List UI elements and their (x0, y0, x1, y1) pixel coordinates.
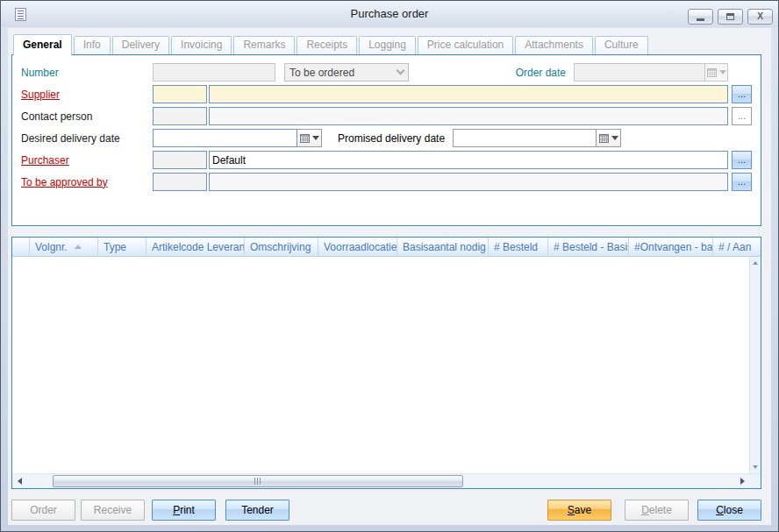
approver-code-input[interactable] (153, 173, 207, 191)
column-header-aan[interactable]: # / Aan (713, 238, 761, 256)
supplier-code-input[interactable] (153, 85, 207, 103)
scroll-up-button[interactable] (750, 257, 761, 269)
maximize-icon (726, 13, 734, 20)
column-header-basisaantal-nodig[interactable]: Basisaantal nodig (397, 238, 489, 256)
maximize-button[interactable] (718, 9, 743, 25)
client-area: General Info Delivery Invoicing Remarks … (8, 28, 771, 525)
titlebar: Purchase order X (1, 1, 778, 27)
purchase-order-window: Purchase order X General Info Delivery I… (0, 0, 779, 532)
supplier-browse-button[interactable]: ... (732, 85, 752, 103)
triangle-left-icon (18, 478, 22, 485)
delivery-dates-row: Desired delivery date Promised delivery … (21, 128, 752, 148)
grid-header-row: Volgnr. Type Artikelcode Leverancier Oms… (12, 238, 761, 257)
triangle-right-icon (740, 478, 745, 485)
tab-general[interactable]: General (13, 34, 72, 55)
tab-strip: General Info Delivery Invoicing Remarks … (11, 28, 761, 54)
tab-invoicing[interactable]: Invoicing (171, 36, 232, 54)
status-value: To be ordered (289, 67, 354, 79)
print-button[interactable]: Print (152, 500, 216, 521)
contact-person-row: Contact person ... (21, 106, 752, 126)
purchaser-code-input[interactable] (153, 151, 207, 169)
receive-button[interactable]: Receive (81, 500, 145, 521)
approver-name-input[interactable] (209, 173, 728, 191)
promised-delivery-date-label: Promised delivery date (338, 132, 445, 145)
horizontal-scrollbar[interactable] (12, 473, 761, 488)
column-header-type[interactable]: Type (98, 238, 147, 256)
purchaser-label[interactable]: Purchaser (21, 154, 153, 167)
horizontal-scroll-thumb[interactable] (53, 475, 463, 487)
tab-logging[interactable]: Logging (359, 36, 416, 54)
number-label: Number (21, 67, 153, 79)
purchaser-browse-button[interactable]: ... (732, 151, 752, 169)
approver-row: To be approved by ... (21, 172, 752, 192)
triangle-up-icon (753, 261, 758, 265)
row-selector-header[interactable] (12, 238, 30, 256)
column-header-artikelcode-leverancier[interactable]: Artikelcode Leverancier (147, 238, 245, 256)
close-button[interactable]: X (747, 9, 773, 25)
calendar-icon (300, 134, 310, 143)
promised-delivery-date-input[interactable] (453, 129, 597, 147)
tab-remarks[interactable]: Remarks (233, 36, 295, 54)
chevron-down-icon (397, 67, 405, 75)
vertical-scrollbar[interactable] (749, 257, 761, 473)
window-controls: X (683, 9, 773, 25)
order-date-label: Order date (516, 67, 566, 79)
contact-person-label: Contact person (21, 110, 153, 123)
supplier-label[interactable]: Supplier (21, 89, 153, 101)
promised-date-calendar-button[interactable] (597, 129, 621, 147)
scroll-left-button[interactable] (12, 474, 26, 488)
minimize-button[interactable] (688, 9, 713, 25)
scroll-right-button[interactable] (735, 474, 749, 488)
grid-body[interactable] (12, 257, 749, 473)
column-header-ontvangen-basis[interactable]: #Ontvangen - basis (629, 238, 713, 256)
save-button[interactable]: Save (547, 500, 611, 521)
delete-button[interactable]: Delete (625, 500, 689, 521)
tender-button[interactable]: Tender (225, 500, 289, 521)
tab-receipts[interactable]: Receipts (297, 36, 357, 54)
promised-delivery-date-field (453, 129, 621, 147)
dropdown-arrow-icon (611, 136, 618, 140)
button-bar: Order Receive Print Tender Save Delete C… (11, 500, 761, 521)
status-select[interactable]: To be ordered (284, 63, 409, 82)
order-date-field (574, 63, 728, 82)
tab-price-calculation[interactable]: Price calculation (418, 36, 513, 54)
desired-delivery-date-label: Desired delivery date (21, 132, 153, 145)
column-header-besteld[interactable]: # Besteld (489, 238, 548, 256)
purchaser-name-input[interactable] (209, 151, 728, 169)
general-form-panel: Number To be ordered Order date Sup (11, 54, 761, 226)
contact-browse-button[interactable]: ... (732, 107, 752, 125)
scrollbar-corner (749, 474, 761, 488)
column-header-besteld-basis[interactable]: # Besteld - Basis (548, 238, 629, 256)
order-date-calendar-button[interactable] (705, 63, 728, 82)
purchaser-row: Purchaser ... (21, 150, 752, 170)
tab-delivery[interactable]: Delivery (112, 36, 169, 54)
tab-attachments[interactable]: Attachments (515, 36, 593, 54)
close-dialog-button[interactable]: Close (697, 500, 761, 521)
contact-code-input[interactable] (153, 107, 207, 125)
order-date-input[interactable] (574, 63, 705, 82)
scroll-down-button[interactable] (750, 461, 761, 473)
tab-info[interactable]: Info (74, 36, 111, 54)
approver-browse-button[interactable]: ... (732, 173, 752, 191)
column-label: Volgnr. (35, 241, 68, 253)
tab-culture[interactable]: Culture (595, 36, 648, 54)
number-input[interactable] (153, 63, 275, 82)
desired-delivery-date-input[interactable] (153, 129, 297, 147)
column-header-omschrijving[interactable]: Omschrijving (245, 238, 318, 256)
window-title: Purchase order (1, 7, 778, 20)
desired-delivery-date-field (153, 129, 322, 147)
desired-date-calendar-button[interactable] (297, 129, 322, 147)
dropdown-arrow-icon (312, 136, 319, 140)
to-be-approved-by-label[interactable]: To be approved by (21, 176, 153, 188)
contact-name-input[interactable] (209, 107, 728, 125)
number-row: Number To be ordered Order date (21, 62, 752, 82)
order-lines-grid: Volgnr. Type Artikelcode Leverancier Oms… (11, 237, 761, 489)
grip-icon (254, 478, 261, 485)
supplier-name-input[interactable] (209, 85, 728, 103)
horizontal-scroll-track[interactable] (26, 474, 735, 488)
column-header-voorraadlocatie[interactable]: Voorraadlocatie (318, 238, 397, 256)
dropdown-arrow-icon (719, 70, 726, 74)
order-button[interactable]: Order (11, 500, 75, 521)
column-header-volgnr[interactable]: Volgnr. (30, 238, 98, 256)
calendar-icon (707, 68, 717, 77)
